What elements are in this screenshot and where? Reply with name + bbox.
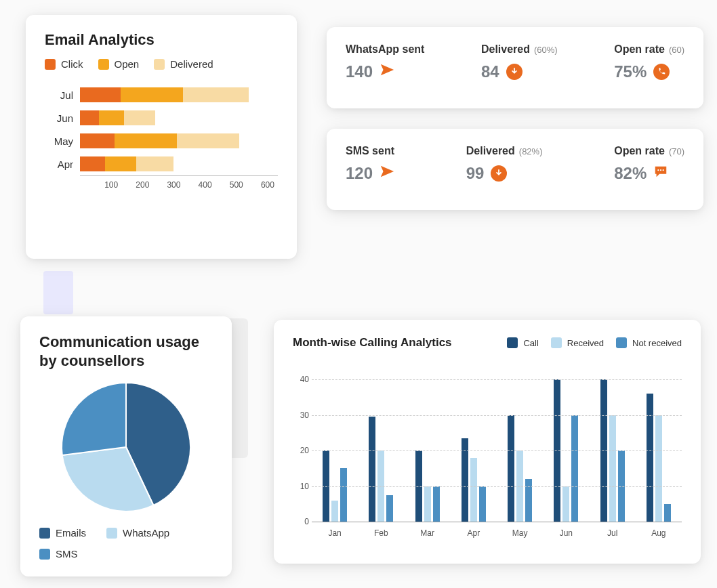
email-analytics-card: Email Analytics Click Open Delivered Jul…	[26, 15, 297, 259]
kpi-label: Delivered	[466, 145, 515, 157]
bar	[340, 468, 347, 522]
legend-label: SMS	[56, 548, 78, 560]
bar-category-label: Jul	[45, 89, 80, 101]
bar	[571, 415, 578, 522]
bar-segment	[105, 156, 136, 171]
legend: Call Received Not received	[507, 337, 682, 348]
legend-swatch	[39, 549, 50, 560]
bar	[647, 394, 653, 522]
legend-swatch	[154, 59, 165, 70]
x-tick: May	[512, 528, 528, 538]
kpi-open-rate: Open rate (60) 75%	[614, 43, 684, 92]
kpi-sublabel: (60)	[669, 45, 684, 55]
bar-segment	[99, 110, 124, 125]
bar	[479, 486, 486, 522]
x-tick: Jul	[607, 528, 617, 538]
kpi-label: WhatsApp sent	[346, 43, 424, 56]
kpi-value: 84	[481, 62, 499, 81]
legend: Click Open Delivered	[45, 58, 278, 70]
send-icon	[380, 164, 394, 183]
kpi-delivered: Delivered (60%) 84	[481, 43, 558, 92]
bar-row: Apr	[45, 152, 278, 175]
legend: Emails WhatsApp SMS	[39, 527, 213, 560]
kpi-sublabel: (82%)	[519, 146, 543, 156]
bar-segment	[80, 133, 115, 148]
kpi-label: Delivered	[481, 43, 530, 56]
bar-group: Apr	[451, 362, 497, 522]
bar-category-label: Apr	[45, 159, 80, 170]
legend-item-notreceived: Not received	[616, 337, 682, 348]
gridline	[312, 379, 682, 380]
bar	[369, 417, 375, 522]
sms-kpi-card: SMS sent 120 Delivered (82%) 99 Open rat…	[327, 129, 703, 210]
y-tick: 40	[293, 375, 309, 384]
bar-group: Aug	[636, 362, 682, 522]
legend-swatch	[39, 528, 50, 539]
pie-chart	[39, 379, 213, 515]
legend-item-emails: Emails	[39, 527, 86, 539]
bar	[433, 486, 440, 522]
kpi-sublabel: (70)	[669, 146, 684, 156]
bar-segment	[80, 87, 121, 102]
bar-category-label: May	[45, 135, 80, 147]
bar	[562, 486, 569, 522]
bar	[664, 504, 671, 522]
bar-segment	[115, 133, 177, 148]
x-tick: 300	[167, 180, 180, 190]
kpi-open-rate: Open rate (70) 82%	[614, 145, 684, 194]
x-tick: 100	[104, 180, 118, 190]
bar-row: Jun	[45, 106, 278, 129]
legend-label: Emails	[56, 527, 86, 539]
bar-group: Jul	[590, 362, 636, 522]
kpi-sublabel: (60%)	[534, 45, 558, 55]
x-axis-ticks: 100200300400500600	[80, 176, 278, 196]
bar	[331, 501, 338, 522]
bar-row: May	[45, 129, 278, 152]
x-tick: Aug	[651, 528, 665, 538]
x-tick: Feb	[374, 528, 388, 538]
x-tick: 600	[261, 180, 274, 190]
gridline	[312, 486, 682, 487]
legend-swatch	[551, 337, 562, 348]
download-icon	[491, 165, 507, 182]
bar	[424, 486, 431, 522]
decorative-block	[43, 271, 73, 314]
kpi-value: 75%	[614, 62, 647, 81]
kpi-sent: WhatsApp sent 140	[346, 43, 424, 92]
bar-group: May	[497, 362, 543, 522]
legend-label: Received	[567, 338, 604, 348]
legend-item-received: Received	[551, 337, 604, 348]
x-tick: 200	[136, 180, 149, 190]
card-title: Month-wise Calling Analytics	[293, 336, 452, 350]
legend-label: Call	[523, 338, 538, 348]
whatsapp-kpi-card: WhatsApp sent 140 Delivered (60%) 84 Ope…	[327, 27, 703, 108]
bar-group: Jun	[543, 362, 589, 522]
bar-track	[80, 156, 278, 171]
gridline	[312, 415, 682, 416]
bar-segment	[124, 110, 155, 125]
bar-group: Jan	[312, 362, 358, 522]
bar	[609, 415, 616, 522]
legend-swatch	[507, 337, 518, 348]
kpi-value: 120	[346, 164, 373, 183]
legend-label: Open	[115, 58, 140, 70]
legend-item-whatsapp: WhatsApp	[106, 527, 169, 539]
kpi-delivered: Delivered (82%) 99	[466, 145, 543, 194]
svg-point-1	[660, 169, 661, 171]
legend-label: Click	[61, 58, 83, 70]
bar	[525, 479, 532, 522]
legend-item-delivered: Delivered	[154, 58, 213, 70]
bar-row: Jul	[45, 83, 278, 106]
legend-swatch	[106, 528, 117, 539]
bar-segment	[136, 156, 173, 171]
card-title: Communication usage by counsellors	[39, 333, 213, 370]
bar-track	[80, 133, 278, 148]
bar	[470, 458, 477, 522]
legend-label: WhatsApp	[123, 527, 169, 539]
svg-point-0	[657, 169, 659, 171]
y-tick: 0	[293, 517, 309, 526]
kpi-label: Open rate	[614, 43, 665, 56]
send-icon	[380, 62, 394, 81]
x-tick: Jun	[560, 528, 573, 538]
legend-label: Not received	[632, 338, 682, 348]
